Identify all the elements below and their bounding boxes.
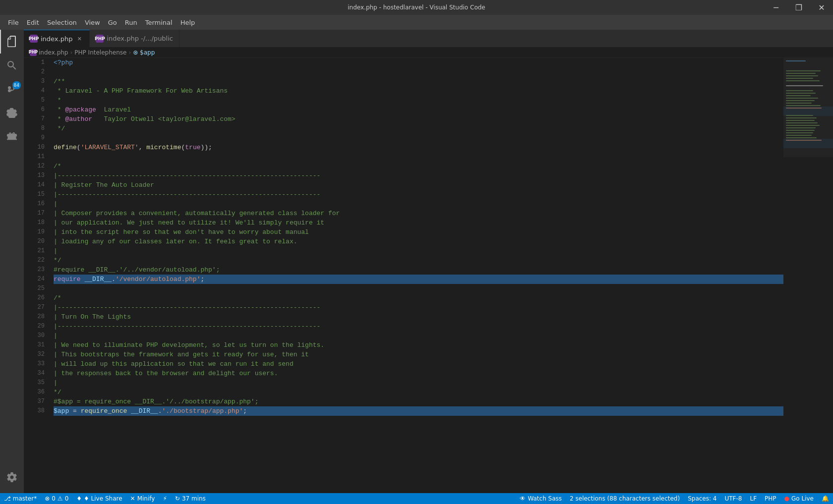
menu-view[interactable]: View xyxy=(81,17,104,28)
selection-text: 2 selections (88 characters selected) xyxy=(570,495,680,502)
encoding-setting[interactable]: UTF-8 xyxy=(720,493,746,504)
notifications-button[interactable]: 🔔 xyxy=(818,493,833,504)
ln-13: 13 xyxy=(24,171,45,180)
spaces-setting[interactable]: Spaces: 4 xyxy=(684,493,720,504)
source-control-icon[interactable]: 84 xyxy=(0,77,24,101)
code-line-20: | loading any of our classes later on. I… xyxy=(54,237,783,246)
search-icon[interactable] xyxy=(0,54,24,77)
menu-help[interactable]: Help xyxy=(177,17,199,28)
git-branch[interactable]: ⎇ master* xyxy=(0,493,41,504)
live-share-button[interactable]: ♦ ♦ Live Share xyxy=(72,493,126,504)
warning-count: 0 xyxy=(65,495,69,502)
ln-19: 19 xyxy=(24,227,45,237)
ln-4: 4 xyxy=(24,86,45,96)
go-live-label: Go Live xyxy=(791,495,814,502)
menu-go[interactable]: Go xyxy=(104,17,121,28)
ln-20: 20 xyxy=(24,237,45,246)
ln-35: 35 xyxy=(24,378,45,388)
ln-37: 37 xyxy=(24,397,45,406)
minimap xyxy=(783,58,833,493)
ln-17: 17 xyxy=(24,209,45,218)
code-line-31: | We need to illuminate PHP development,… xyxy=(54,340,783,350)
explorer-icon[interactable] xyxy=(0,30,24,54)
menu-edit[interactable]: Edit xyxy=(23,17,43,28)
code-line-33: | will load up this application so that … xyxy=(54,359,783,369)
code-line-2 xyxy=(54,67,783,77)
breadcrumb: PHP index.php › PHP Intelephense › ⊛ $ap… xyxy=(24,47,833,58)
code-line-32: | This bootstraps the framework and gets… xyxy=(54,350,783,359)
status-left: ⎇ master* ⊗ 0 ⚠ 0 ♦ ♦ Live Share ✕ Minif… xyxy=(0,493,210,504)
line-ending-setting[interactable]: LF xyxy=(746,493,761,504)
code-line-27: |---------------------------------------… xyxy=(54,303,783,312)
lightning-button[interactable]: ⚡ xyxy=(159,493,171,504)
go-live-button[interactable]: ● Go Live xyxy=(780,493,818,504)
extensions-icon[interactable] xyxy=(0,125,24,149)
tab-index-php-active[interactable]: PHP index.php ✕ xyxy=(24,30,90,47)
ln-31: 31 xyxy=(24,340,45,350)
restore-button[interactable]: ❐ xyxy=(787,0,810,15)
timer-button[interactable]: ↻ 37 mins xyxy=(171,493,210,504)
code-line-9 xyxy=(54,133,783,143)
tabs-bar: PHP index.php ✕ PHP index.php -/.../publ… xyxy=(24,30,833,47)
app-title: index.php - hostedlaravel - Visual Studi… xyxy=(348,4,485,11)
code-line-26: /* xyxy=(54,293,783,303)
tab-close-button[interactable]: ✕ xyxy=(75,35,83,43)
menu-terminal[interactable]: Terminal xyxy=(141,17,177,28)
watch-sass-button[interactable]: 👁 Watch Sass xyxy=(516,493,566,504)
menu-run[interactable]: Run xyxy=(121,17,141,28)
code-line-14: | Register The Auto Loader xyxy=(54,180,783,190)
watch-sass-label: Watch Sass xyxy=(528,495,562,502)
error-icon: ⊗ xyxy=(45,495,50,502)
ln-6: 6 xyxy=(24,105,45,114)
live-share-icon: ♦ xyxy=(76,495,82,502)
notifications-icon: 🔔 xyxy=(822,495,829,502)
tab-index-php-inactive[interactable]: PHP index.php -/.../public xyxy=(90,30,179,47)
code-line-17: | Composer provides a convenient, automa… xyxy=(54,209,783,218)
activity-bar: 84 xyxy=(0,30,24,493)
code-line-22: */ xyxy=(54,256,783,265)
code-line-36: */ xyxy=(54,388,783,397)
go-live-dot: ● xyxy=(784,495,789,502)
code-line-18: | our application. We just need to utili… xyxy=(54,218,783,227)
status-bar: ⎇ master* ⊗ 0 ⚠ 0 ♦ ♦ Live Share ✕ Minif… xyxy=(0,493,833,504)
minify-button[interactable]: ✕ Minify xyxy=(126,493,159,504)
watch-sass-icon: 👁 xyxy=(520,495,526,502)
ln-12: 12 xyxy=(24,162,45,171)
menu-file[interactable]: File xyxy=(4,17,23,28)
minimize-button[interactable]: ─ xyxy=(765,0,787,15)
breadcrumb-sep-1: › xyxy=(70,49,72,56)
code-line-5: * xyxy=(54,96,783,105)
close-button[interactable]: ✕ xyxy=(810,0,833,15)
breadcrumb-file: index.php xyxy=(39,49,68,56)
ln-27: 27 xyxy=(24,303,45,312)
ln-32: 32 xyxy=(24,350,45,359)
ln-30: 30 xyxy=(24,331,45,340)
ln-33: 33 xyxy=(24,359,45,369)
ln-28: 28 xyxy=(24,312,45,322)
encoding-label: UTF-8 xyxy=(724,495,742,502)
menu-bar: File Edit Selection View Go Run Terminal… xyxy=(0,15,833,30)
settings-icon[interactable] xyxy=(0,465,24,489)
php-icon: PHP xyxy=(30,35,38,43)
ln-36: 36 xyxy=(24,388,45,397)
code-line-6: * @package Laravel xyxy=(54,105,783,114)
code-line-37: #$app = require_once __DIR__.'/../bootst… xyxy=(54,397,783,406)
ln-22: 22 xyxy=(24,256,45,265)
run-debug-icon[interactable] xyxy=(0,101,24,125)
code-line-1: <?php xyxy=(54,58,783,67)
selection-info[interactable]: 2 selections (88 characters selected) xyxy=(566,493,684,504)
code-line-21: | xyxy=(54,246,783,256)
main-layout: 84 PHP index.php ✕ PHP index.php - xyxy=(0,30,833,493)
errors-count[interactable]: ⊗ 0 ⚠ 0 xyxy=(41,493,72,504)
menu-selection[interactable]: Selection xyxy=(43,17,81,28)
line-ending-label: LF xyxy=(750,495,757,502)
language-mode[interactable]: PHP xyxy=(761,493,780,504)
code-line-30: | xyxy=(54,331,783,340)
ln-1: 1 xyxy=(24,58,45,67)
code-line-4: * Laravel - A PHP Framework For Web Arti… xyxy=(54,86,783,96)
code-line-3: /** xyxy=(54,77,783,86)
code-content[interactable]: <?php /** * Laravel - A PHP Framework Fo… xyxy=(50,58,783,493)
ln-23: 23 xyxy=(24,265,45,275)
ln-9: 9 xyxy=(24,133,45,143)
title-bar: index.php - hostedlaravel - Visual Studi… xyxy=(0,0,833,15)
